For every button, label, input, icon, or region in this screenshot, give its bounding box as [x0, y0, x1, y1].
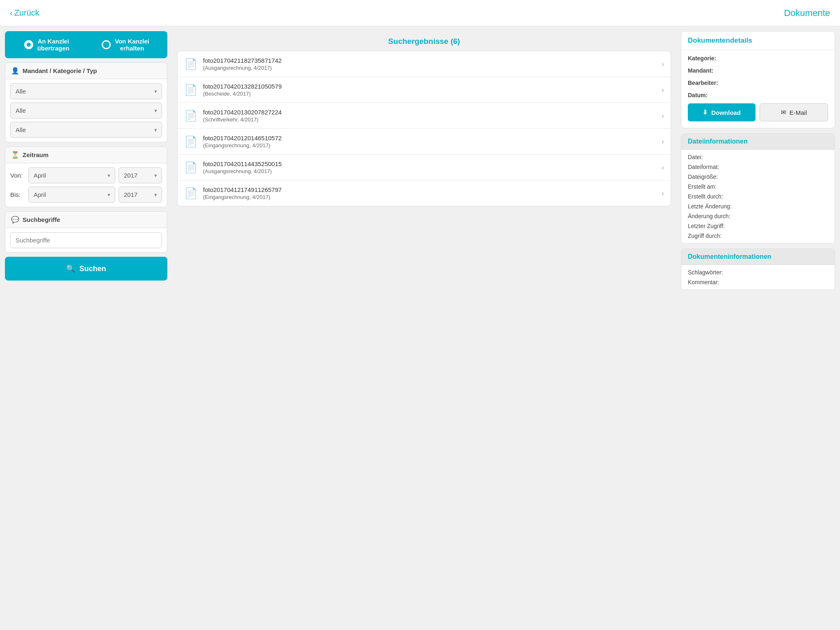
typ-select-wrapper: Alle [10, 122, 162, 138]
result-sub-2: (Schriftverkehr, 4/2017) [203, 116, 656, 123]
download-icon: ⬇ [703, 109, 708, 116]
chevron-left-icon: ‹ [10, 8, 13, 18]
result-name-2: foto20170420130207827224 [203, 109, 656, 116]
bis-year-select[interactable]: 2017 [119, 187, 162, 203]
kategorie-select[interactable]: Alle [10, 83, 162, 99]
result-text-2: foto20170420130207827224 (Schriftverkehr… [203, 109, 656, 123]
von-label: Von: [10, 172, 25, 179]
mandant-label: Mandant: [688, 67, 729, 74]
bearbeiter-row: Bearbeiter: [688, 80, 828, 86]
results-title: Suchergebnisse (6) [177, 31, 671, 51]
bis-year-wrapper: 2017 [119, 187, 162, 203]
result-sub-4: (Ausgangsrechnung, 4/2017) [203, 168, 656, 174]
dateigroesse-row: Dateigröße: [688, 173, 828, 180]
list-item[interactable]: 📄 foto20170420132821050579 (Bescheide, 4… [178, 77, 671, 103]
radio-von-kanzlei[interactable] [102, 40, 111, 49]
mandant-section: 👤 Mandant / Kategorie / Typ Alle Alle Al… [5, 62, 167, 142]
result-name-4: foto20170420114435250015 [203, 160, 656, 167]
radio-an-kanzlei[interactable] [24, 40, 33, 49]
pdf-icon-4: 📄 [184, 161, 197, 174]
result-text-4: foto20170420114435250015 (Ausgangsrechnu… [203, 160, 656, 174]
letzter-zugriff-row: Letzter Zugriff: [688, 223, 828, 229]
dokumentendetails-body: Kategorie: Mandant: Bearbeiter: Datum: [681, 50, 835, 103]
result-text-5: foto20170412174911265797 (Eingangsrechnu… [203, 186, 656, 200]
result-name-3: foto20170420120146510572 [203, 135, 656, 142]
suchbegriffe-section-body [5, 228, 167, 252]
bis-month-select[interactable]: April [28, 187, 115, 203]
dateiinformationen-header: Dateiinformationen [681, 134, 835, 150]
middle-panel: Suchergebnisse (6) 📄 foto201704211827358… [172, 26, 676, 630]
back-label: Zurück [14, 8, 39, 18]
zugriff-durch-row: Zugriff durch: [688, 233, 828, 239]
mandant-select-wrapper: Alle [10, 103, 162, 119]
results-list: 📄 foto20170421182735871742 (Ausgangsrech… [177, 51, 671, 206]
page-title: Dokumente [784, 8, 830, 18]
email-label: E-Mail [790, 109, 807, 116]
pdf-icon-0: 📄 [184, 58, 197, 71]
list-item[interactable]: 📄 foto20170420120146510572 (Eingangsrech… [178, 129, 671, 155]
result-name-5: foto20170412174911265797 [203, 186, 656, 193]
aenderung-durch-row: Änderung durch: [688, 213, 828, 219]
suchbegriffe-section: 💬 Suchbegriffe [5, 211, 167, 253]
dokumenteninformationen-body: Schlagwörter: Kommentar: [681, 265, 835, 290]
transfer-toggle[interactable]: An Kanzlei übertragen Von Kanzlei erhalt… [5, 31, 167, 58]
von-row: Von: April 2017 [10, 167, 162, 183]
chevron-right-icon-2: › [662, 112, 664, 120]
search-icon: 🔍 [66, 264, 75, 273]
datum-label: Datum: [688, 92, 729, 98]
pdf-icon-2: 📄 [184, 110, 197, 122]
suchbegriffe-input[interactable] [10, 232, 162, 248]
kommentar-row: Kommentar: [688, 279, 828, 285]
dokumentendetails-section: Dokumentendetails Kategorie: Mandant: Be… [681, 31, 835, 128]
list-item[interactable]: 📄 foto20170420114435250015 (Ausgangsrech… [178, 155, 671, 180]
search-button[interactable]: 🔍 Suchen [5, 257, 167, 281]
toggle-option-an-kanzlei[interactable]: An Kanzlei übertragen [8, 35, 85, 54]
kategorie-select-wrapper: Alle [10, 83, 162, 99]
action-buttons: ⬇ Download ✉ E-Mail [681, 103, 835, 128]
toggle-label-an-kanzlei: An Kanzlei übertragen [37, 38, 69, 52]
typ-select[interactable]: Alle [10, 122, 162, 138]
erstellt-durch-row: Erstellt durch: [688, 193, 828, 200]
result-sub-3: (Eingangsrechnung, 4/2017) [203, 142, 656, 148]
mandant-select[interactable]: Alle [10, 103, 162, 119]
dokumenteninformationen-header: Dokumenteninformationen [681, 249, 835, 265]
suchbegriffe-section-header: 💬 Suchbegriffe [5, 212, 167, 228]
bis-month-wrapper: April [28, 187, 115, 203]
chevron-right-icon-0: › [662, 60, 664, 68]
result-sub-0: (Ausgangsrechnung, 4/2017) [203, 65, 656, 71]
von-year-select[interactable]: 2017 [119, 167, 162, 183]
download-button[interactable]: ⬇ Download [688, 103, 756, 121]
von-year-wrapper: 2017 [119, 167, 162, 183]
von-month-select[interactable]: April [28, 167, 115, 183]
list-item[interactable]: 📄 foto20170412174911265797 (Eingangsrech… [178, 180, 671, 206]
letzte-aenderung-row: Letzte Änderung: [688, 203, 828, 210]
email-button[interactable]: ✉ E-Mail [760, 103, 828, 121]
dokumentendetails-header: Dokumentendetails [681, 32, 835, 50]
zeitraum-section: ⏳ Zeitraum Von: April 2017 [5, 146, 167, 207]
datum-row: Datum: [688, 92, 828, 98]
bis-label: Bis: [10, 191, 25, 198]
result-name-1: foto20170420132821050579 [203, 83, 656, 90]
result-name-0: foto20170421182735871742 [203, 57, 656, 64]
bearbeiter-label: Bearbeiter: [688, 80, 729, 86]
email-icon: ✉ [781, 109, 786, 116]
result-text-0: foto20170421182735871742 (Ausgangsrechnu… [203, 57, 656, 71]
clock-icon: ⏳ [11, 151, 19, 159]
main-layout: An Kanzlei übertragen Von Kanzlei erhalt… [0, 26, 840, 630]
list-item[interactable]: 📄 foto20170420130207827224 (Schriftverke… [178, 103, 671, 129]
pdf-icon-5: 📄 [184, 187, 197, 200]
download-label: Download [711, 109, 741, 116]
back-button[interactable]: ‹ Zurück [10, 8, 39, 18]
list-item[interactable]: 📄 foto20170421182735871742 (Ausgangsrech… [178, 51, 671, 77]
toggle-label-von-kanzlei: Von Kanzlei erhalten [115, 38, 149, 52]
toggle-option-von-kanzlei[interactable]: Von Kanzlei erhalten [87, 35, 164, 54]
right-panel: Dokumentendetails Kategorie: Mandant: Be… [676, 26, 840, 630]
left-panel: An Kanzlei übertragen Von Kanzlei erhalt… [0, 26, 172, 630]
dateiformat-row: Dateiformat: [688, 164, 828, 170]
mandant-section-body: Alle Alle Alle [5, 79, 167, 142]
chevron-right-icon-5: › [662, 189, 664, 198]
dateiinformationen-body: Datei: Dateiformat: Dateigröße: Erstellt… [681, 150, 835, 243]
dateiinformationen-section: Dateiinformationen Datei: Dateiformat: D… [681, 133, 835, 244]
chevron-right-icon-4: › [662, 163, 664, 172]
person-icon: 👤 [11, 67, 19, 75]
